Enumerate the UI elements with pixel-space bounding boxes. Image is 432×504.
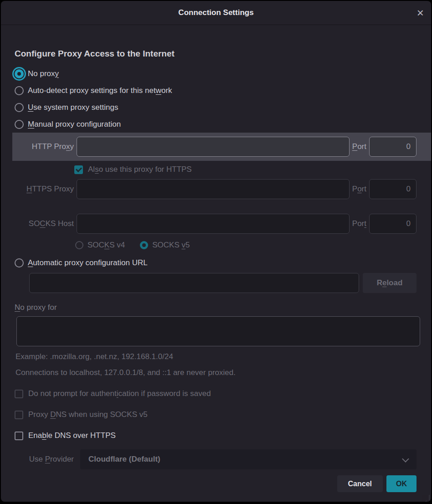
http-port-label: Port	[352, 142, 366, 151]
auto-url-label: Automatic proxy configuration URL	[28, 258, 148, 267]
radio-option-use-system[interactable]: Use system proxy settings	[15, 99, 417, 116]
https-proxy-input[interactable]	[77, 179, 350, 199]
socks-port-label: Port	[352, 219, 366, 228]
https-proxy-label: HTTPS Proxy	[15, 185, 74, 194]
section-heading: Configure Proxy Access to the Internet	[15, 49, 417, 59]
no-auth-prompt-checkbox-row[interactable]: Do not prompt for authentication if pass…	[15, 389, 417, 398]
radio-option-no-proxy[interactable]: No proxy	[15, 65, 417, 82]
ok-button[interactable]: OK	[386, 475, 417, 492]
manual-config-label: Manual proxy configuration	[28, 120, 121, 129]
dns-over-https-label: Enable DNS over HTTPS	[28, 431, 116, 440]
dialog-content: Configure Proxy Access to the Internet N…	[1, 49, 431, 492]
socks-host-row: SOCKS Host Port	[15, 214, 417, 234]
no-auth-prompt-label: Do not prompt for authentication if pass…	[28, 389, 211, 398]
unchecked-checkbox-icon	[15, 411, 23, 419]
dialog-titlebar: Connection Settings ×	[1, 1, 431, 25]
reload-button[interactable]: Reload	[363, 273, 417, 293]
radio-option-auto-url[interactable]: Automatic proxy configuration URL	[15, 254, 417, 271]
socks-version-row: SOCKS v4 SOCKS v5	[75, 240, 417, 251]
cancel-button[interactable]: Cancel	[337, 475, 383, 492]
https-port-input[interactable]	[369, 179, 417, 199]
radio-option-manual[interactable]: Manual proxy configuration	[15, 116, 417, 133]
dialog-title: Connection Settings	[178, 8, 253, 17]
close-icon[interactable]: ×	[417, 7, 424, 19]
provider-select[interactable]: Cloudflare (Default)	[80, 449, 417, 469]
provider-selected-value: Cloudflare (Default)	[88, 455, 402, 464]
also-https-label: Also use this proxy for HTTPS	[88, 165, 192, 174]
dialog-footer: Cancel OK	[15, 475, 417, 492]
no-proxy-for-label: No proxy for	[15, 303, 417, 313]
resize-grip[interactable]	[423, 495, 430, 500]
https-port-label: Port	[352, 185, 366, 194]
auto-config-url-row: Reload	[15, 273, 417, 293]
provider-row: Use Provider Cloudflare (Default)	[15, 449, 417, 469]
socks-host-label: SOCKS Host	[15, 219, 74, 228]
socks-port-input[interactable]	[369, 214, 417, 234]
radio-icon-socks-v4[interactable]	[75, 241, 83, 249]
https-proxy-row: HTTPS Proxy Port	[15, 179, 417, 199]
socks-v4-label: SOCKS v4	[87, 241, 125, 250]
http-proxy-label: HTTP Proxy	[15, 142, 74, 151]
socks-host-input[interactable]	[77, 214, 350, 234]
auto-detect-label: Auto-detect proxy settings for this netw…	[28, 86, 172, 95]
also-https-checkbox-row[interactable]: Also use this proxy for HTTPS	[74, 164, 417, 175]
use-provider-label: Use Provider	[15, 455, 74, 464]
proxy-dns-checkbox-row[interactable]: Proxy DNS when using SOCKS v5	[15, 410, 417, 419]
chevron-down-icon	[402, 455, 409, 463]
unchecked-checkbox-icon	[15, 432, 23, 440]
unchecked-checkbox-icon	[15, 390, 23, 398]
radio-selected-icon	[15, 69, 24, 78]
no-proxy-label: No proxy	[28, 69, 59, 78]
auto-config-url-input[interactable]	[29, 273, 359, 293]
radio-icon	[15, 86, 24, 95]
connection-settings-dialog: Connection Settings × Configure Proxy Ac…	[1, 1, 431, 502]
no-proxy-example-text: Example: .mozilla.org, .net.nz, 192.168.…	[15, 352, 417, 361]
http-proxy-row-highlight: HTTP Proxy Port	[12, 133, 431, 161]
proxy-dns-label: Proxy DNS when using SOCKS v5	[28, 410, 148, 419]
localhost-note-text: Connections to localhost, 127.0.0.1/8, a…	[15, 368, 417, 377]
http-proxy-input[interactable]	[77, 137, 350, 157]
radio-icon	[15, 120, 24, 129]
socks-v5-label: SOCKS v5	[152, 241, 190, 250]
dns-over-https-checkbox-row[interactable]: Enable DNS over HTTPS	[15, 431, 417, 440]
http-port-input[interactable]	[369, 137, 417, 157]
http-proxy-row: HTTP Proxy Port	[15, 137, 417, 157]
radio-icon	[15, 103, 24, 112]
radio-option-auto-detect[interactable]: Auto-detect proxy settings for this netw…	[15, 82, 417, 99]
checked-checkbox-icon	[74, 165, 83, 174]
radio-icon-socks-v5[interactable]	[140, 241, 148, 249]
no-proxy-for-textarea[interactable]	[16, 316, 420, 346]
use-system-label: Use system proxy settings	[28, 103, 118, 112]
radio-icon	[15, 258, 24, 267]
